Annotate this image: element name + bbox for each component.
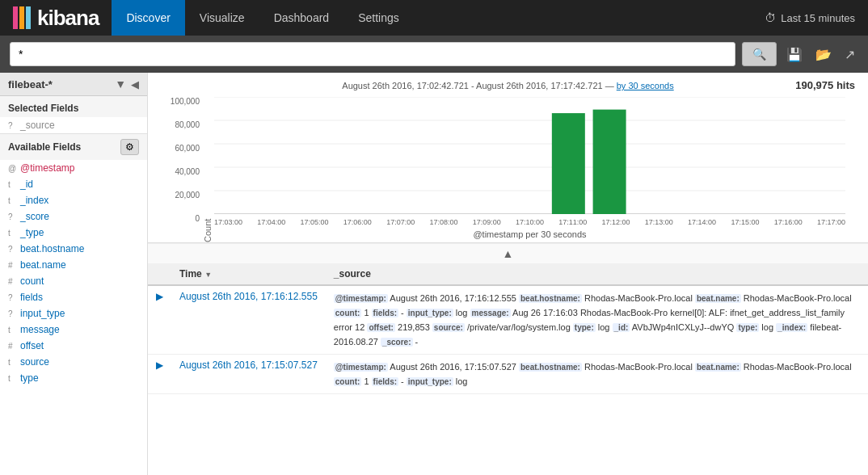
logo-bars [13, 6, 31, 29]
field-item-input_type[interactable]: ?input_type [0, 305, 147, 322]
by-30-link[interactable]: by 30 seconds [617, 81, 674, 90]
chart-container: August 26th 2016, 17:02:42.721 - August … [148, 73, 868, 243]
expand-cell-0[interactable]: ▶ [148, 285, 171, 355]
field-type-message: t [8, 326, 16, 334]
field-item-beat.hostname[interactable]: ?beat.hostname [0, 241, 147, 257]
source-cell-0: @timestamp: August 26th 2016, 17:16:12.5… [326, 285, 868, 355]
field-value: log [453, 376, 468, 386]
load-search-icon[interactable]: 📂 [812, 44, 835, 65]
field-item-_score[interactable]: ?_score [0, 208, 147, 225]
chart-date-range: August 26th 2016, 17:02:42.721 - August … [342, 81, 602, 90]
x-label-1: 17:04:00 [257, 218, 285, 226]
sidebar-header: filebeat-* ▼ ◀ [0, 73, 147, 96]
time-label[interactable]: Last 15 minutes [781, 12, 855, 24]
y-tick-6: 100,000 [171, 97, 200, 106]
y-tick-5: 80,000 [175, 120, 200, 129]
field-name-_index: _index [20, 195, 139, 206]
field-key: beat.name: [695, 363, 741, 372]
nav-visualize[interactable]: Visualize [185, 0, 259, 36]
field-key: count: [334, 309, 362, 317]
field-value: AVbJWp4nICXLyJ--dwYQ [630, 322, 736, 332]
field-value: Rhodas-MacBook-Pro.local [582, 362, 695, 372]
field-value: /private/var/log/system.log [465, 322, 573, 332]
field-value: - [398, 376, 407, 386]
field-name-_score: _score [20, 211, 139, 222]
available-fields-header: Available Fields ⚙ [0, 133, 147, 160]
source-cell-1: @timestamp: August 26th 2016, 17:15:07.5… [326, 355, 868, 394]
y-tick-4: 60,000 [175, 144, 200, 153]
index-pattern[interactable]: filebeat-* [8, 78, 115, 90]
field-value: Rhodas-MacBook-Pro.local [741, 362, 852, 372]
sidebar-toggle-icon[interactable]: ▼ [115, 78, 126, 90]
expand-cell-1[interactable]: ▶ [148, 355, 171, 394]
source-field-item[interactable]: ? _source [0, 117, 147, 133]
field-key: beat.hostname: [519, 294, 582, 303]
field-item-_type[interactable]: t_type [0, 225, 147, 241]
nav-items: Discover Visualize Dashboard Settings [112, 0, 413, 36]
sidebar-collapse-icon[interactable]: ◀ [131, 78, 139, 90]
share-icon[interactable]: ↗ [841, 44, 858, 65]
field-name-source: source [20, 356, 139, 368]
field-key: @timestamp: [334, 294, 388, 303]
top-nav: kibana Discover Visualize Dashboard Sett… [0, 0, 868, 36]
field-item-beat.name[interactable]: #beat.name [0, 257, 147, 273]
field-value: log [453, 308, 470, 317]
logo-bar-orange [19, 6, 24, 29]
field-value: - [413, 337, 419, 347]
search-button[interactable]: 🔍 [742, 42, 777, 66]
field-item-source[interactable]: tsource [0, 354, 147, 370]
table-body: ▶August 26th 2016, 17:16:12.555@timestam… [148, 285, 868, 394]
col-time[interactable]: Time ▼ [171, 263, 326, 285]
field-item-message[interactable]: tmessage [0, 322, 147, 338]
nav-dashboard[interactable]: Dashboard [259, 0, 344, 36]
save-search-icon[interactable]: 💾 [783, 44, 806, 65]
nav-discover[interactable]: Discover [112, 0, 184, 36]
y-tick-3: 40,000 [175, 167, 200, 176]
source-field-name: _source [20, 120, 139, 131]
chart-x-title: @timestamp per 30 seconds [214, 228, 845, 242]
clock-icon: ⏱ [765, 11, 776, 24]
chart-area: 100,000 80,000 60,000 40,000 20,000 0 Co… [161, 97, 855, 242]
chart-dash: — [605, 81, 617, 90]
chart-x-labels: 17:03:00 17:04:00 17:05:00 17:06:00 17:0… [214, 216, 845, 228]
field-name-message: message [20, 324, 139, 335]
col-source: _source [326, 263, 868, 285]
field-item-_id[interactable]: t_id [0, 176, 147, 192]
field-item-offset[interactable]: #offset [0, 338, 147, 354]
x-label-6: 17:09:00 [473, 218, 501, 226]
table-header-row: Time ▼ _source [148, 263, 868, 285]
col-expand [148, 263, 171, 285]
collapse-button[interactable]: ▲ [148, 243, 868, 263]
field-item-count[interactable]: #count [0, 273, 147, 289]
selected-fields-title: Selected Fields [0, 96, 147, 117]
main-layout: filebeat-* ▼ ◀ Selected Fields ? _source… [0, 73, 868, 475]
table-row: ▶August 26th 2016, 17:15:07.527@timestam… [148, 355, 868, 394]
field-name-@timestamp: @timestamp [20, 162, 139, 174]
field-item-fields[interactable]: ?fields [0, 289, 147, 305]
x-label-7: 17:10:00 [516, 218, 544, 226]
bar-9 [593, 110, 626, 214]
field-item-@timestamp[interactable]: @@timestamp [0, 160, 147, 176]
field-item-_index[interactable]: t_index [0, 192, 147, 208]
field-name-fields: fields [20, 292, 139, 303]
y-tick-1: 0 [195, 214, 200, 223]
field-item-type[interactable]: ttype [0, 370, 147, 386]
x-label-11: 17:14:00 [688, 218, 716, 226]
field-key: fields: [372, 309, 398, 317]
field-name-type: type [20, 372, 139, 384]
search-input[interactable] [10, 42, 735, 66]
search-bar: 🔍 💾 📂 ↗ [0, 36, 868, 73]
y-axis-label: Count [203, 97, 213, 242]
x-label-13: 17:16:00 [774, 218, 803, 226]
field-value: 1 [361, 376, 371, 386]
gear-button[interactable]: ⚙ [120, 139, 139, 155]
field-type-beat.hostname: ? [8, 245, 16, 254]
field-key: type: [736, 323, 759, 332]
field-list: @@timestampt_idt_index?_scoret_type?beat… [0, 160, 147, 386]
field-value: August 26th 2016, 17:15:07.527 [388, 362, 519, 372]
logo-text: kibana [37, 6, 99, 31]
field-key: beat.name: [695, 294, 741, 303]
nav-settings[interactable]: Settings [343, 0, 414, 36]
field-type-count: # [8, 277, 16, 286]
hits-count: 190,975 hits [795, 79, 855, 91]
